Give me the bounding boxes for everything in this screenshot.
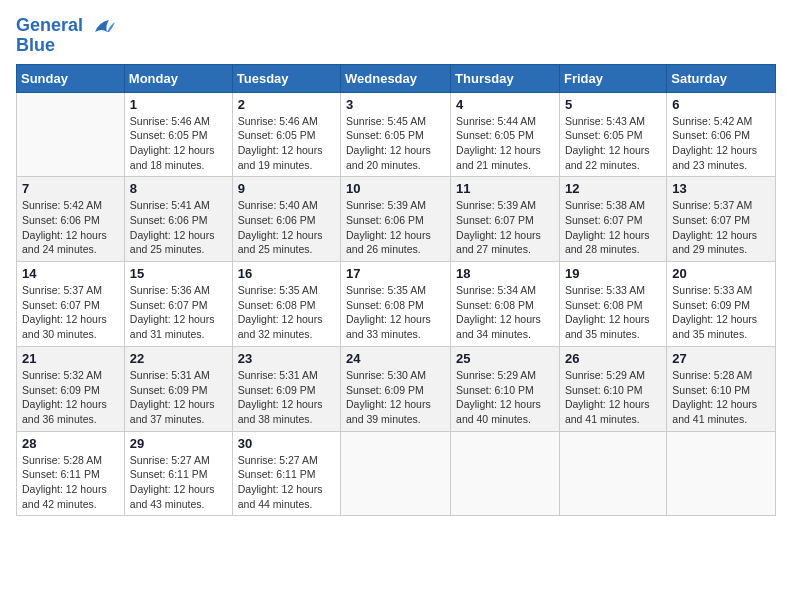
day-number: 2 xyxy=(238,97,335,112)
day-number: 28 xyxy=(22,436,119,451)
day-number: 11 xyxy=(456,181,554,196)
day-info: Sunrise: 5:46 AM Sunset: 6:05 PM Dayligh… xyxy=(238,114,335,173)
day-info: Sunrise: 5:46 AM Sunset: 6:05 PM Dayligh… xyxy=(130,114,227,173)
calendar-cell: 14Sunrise: 5:37 AM Sunset: 6:07 PM Dayli… xyxy=(17,262,125,347)
day-number: 12 xyxy=(565,181,661,196)
day-info: Sunrise: 5:39 AM Sunset: 6:07 PM Dayligh… xyxy=(456,198,554,257)
day-info: Sunrise: 5:44 AM Sunset: 6:05 PM Dayligh… xyxy=(456,114,554,173)
day-info: Sunrise: 5:29 AM Sunset: 6:10 PM Dayligh… xyxy=(565,368,661,427)
day-number: 8 xyxy=(130,181,227,196)
day-number: 22 xyxy=(130,351,227,366)
day-info: Sunrise: 5:42 AM Sunset: 6:06 PM Dayligh… xyxy=(672,114,770,173)
weekday-header-row: SundayMondayTuesdayWednesdayThursdayFrid… xyxy=(17,64,776,92)
calendar-cell: 23Sunrise: 5:31 AM Sunset: 6:09 PM Dayli… xyxy=(232,346,340,431)
calendar-cell: 2Sunrise: 5:46 AM Sunset: 6:05 PM Daylig… xyxy=(232,92,340,177)
day-number: 26 xyxy=(565,351,661,366)
calendar-cell: 10Sunrise: 5:39 AM Sunset: 6:06 PM Dayli… xyxy=(341,177,451,262)
day-info: Sunrise: 5:40 AM Sunset: 6:06 PM Dayligh… xyxy=(238,198,335,257)
day-number: 3 xyxy=(346,97,445,112)
day-info: Sunrise: 5:37 AM Sunset: 6:07 PM Dayligh… xyxy=(22,283,119,342)
day-number: 20 xyxy=(672,266,770,281)
calendar-cell: 30Sunrise: 5:27 AM Sunset: 6:11 PM Dayli… xyxy=(232,431,340,516)
calendar-cell xyxy=(559,431,666,516)
day-info: Sunrise: 5:37 AM Sunset: 6:07 PM Dayligh… xyxy=(672,198,770,257)
calendar-cell: 7Sunrise: 5:42 AM Sunset: 6:06 PM Daylig… xyxy=(17,177,125,262)
logo-blue: Blue xyxy=(16,36,83,56)
calendar-cell: 5Sunrise: 5:43 AM Sunset: 6:05 PM Daylig… xyxy=(559,92,666,177)
day-number: 27 xyxy=(672,351,770,366)
weekday-header: Sunday xyxy=(17,64,125,92)
weekday-header: Tuesday xyxy=(232,64,340,92)
calendar-cell: 18Sunrise: 5:34 AM Sunset: 6:08 PM Dayli… xyxy=(451,262,560,347)
weekday-header: Thursday xyxy=(451,64,560,92)
day-number: 6 xyxy=(672,97,770,112)
day-info: Sunrise: 5:28 AM Sunset: 6:11 PM Dayligh… xyxy=(22,453,119,512)
day-info: Sunrise: 5:35 AM Sunset: 6:08 PM Dayligh… xyxy=(238,283,335,342)
weekday-header: Saturday xyxy=(667,64,776,92)
calendar-week-row: 14Sunrise: 5:37 AM Sunset: 6:07 PM Dayli… xyxy=(17,262,776,347)
day-info: Sunrise: 5:39 AM Sunset: 6:06 PM Dayligh… xyxy=(346,198,445,257)
calendar-cell: 26Sunrise: 5:29 AM Sunset: 6:10 PM Dayli… xyxy=(559,346,666,431)
calendar-cell: 4Sunrise: 5:44 AM Sunset: 6:05 PM Daylig… xyxy=(451,92,560,177)
day-number: 17 xyxy=(346,266,445,281)
calendar-cell: 17Sunrise: 5:35 AM Sunset: 6:08 PM Dayli… xyxy=(341,262,451,347)
day-number: 19 xyxy=(565,266,661,281)
day-info: Sunrise: 5:30 AM Sunset: 6:09 PM Dayligh… xyxy=(346,368,445,427)
day-info: Sunrise: 5:32 AM Sunset: 6:09 PM Dayligh… xyxy=(22,368,119,427)
day-info: Sunrise: 5:35 AM Sunset: 6:08 PM Dayligh… xyxy=(346,283,445,342)
day-info: Sunrise: 5:27 AM Sunset: 6:11 PM Dayligh… xyxy=(238,453,335,512)
calendar-week-row: 21Sunrise: 5:32 AM Sunset: 6:09 PM Dayli… xyxy=(17,346,776,431)
calendar-cell: 3Sunrise: 5:45 AM Sunset: 6:05 PM Daylig… xyxy=(341,92,451,177)
calendar-cell: 20Sunrise: 5:33 AM Sunset: 6:09 PM Dayli… xyxy=(667,262,776,347)
day-number: 10 xyxy=(346,181,445,196)
calendar-cell: 16Sunrise: 5:35 AM Sunset: 6:08 PM Dayli… xyxy=(232,262,340,347)
logo-bird-icon xyxy=(87,14,117,48)
calendar-week-row: 7Sunrise: 5:42 AM Sunset: 6:06 PM Daylig… xyxy=(17,177,776,262)
day-number: 13 xyxy=(672,181,770,196)
logo-general: General xyxy=(16,16,83,36)
day-info: Sunrise: 5:34 AM Sunset: 6:08 PM Dayligh… xyxy=(456,283,554,342)
calendar-cell: 29Sunrise: 5:27 AM Sunset: 6:11 PM Dayli… xyxy=(124,431,232,516)
day-number: 23 xyxy=(238,351,335,366)
calendar-cell: 21Sunrise: 5:32 AM Sunset: 6:09 PM Dayli… xyxy=(17,346,125,431)
day-number: 7 xyxy=(22,181,119,196)
day-info: Sunrise: 5:41 AM Sunset: 6:06 PM Dayligh… xyxy=(130,198,227,257)
calendar-cell: 8Sunrise: 5:41 AM Sunset: 6:06 PM Daylig… xyxy=(124,177,232,262)
calendar-cell: 22Sunrise: 5:31 AM Sunset: 6:09 PM Dayli… xyxy=(124,346,232,431)
calendar-cell: 11Sunrise: 5:39 AM Sunset: 6:07 PM Dayli… xyxy=(451,177,560,262)
day-number: 9 xyxy=(238,181,335,196)
day-number: 25 xyxy=(456,351,554,366)
day-info: Sunrise: 5:29 AM Sunset: 6:10 PM Dayligh… xyxy=(456,368,554,427)
calendar-cell: 1Sunrise: 5:46 AM Sunset: 6:05 PM Daylig… xyxy=(124,92,232,177)
calendar-cell xyxy=(17,92,125,177)
calendar-table: SundayMondayTuesdayWednesdayThursdayFrid… xyxy=(16,64,776,517)
weekday-header: Monday xyxy=(124,64,232,92)
day-info: Sunrise: 5:42 AM Sunset: 6:06 PM Dayligh… xyxy=(22,198,119,257)
day-number: 15 xyxy=(130,266,227,281)
day-info: Sunrise: 5:38 AM Sunset: 6:07 PM Dayligh… xyxy=(565,198,661,257)
calendar-cell: 13Sunrise: 5:37 AM Sunset: 6:07 PM Dayli… xyxy=(667,177,776,262)
weekday-header: Friday xyxy=(559,64,666,92)
day-info: Sunrise: 5:27 AM Sunset: 6:11 PM Dayligh… xyxy=(130,453,227,512)
day-number: 16 xyxy=(238,266,335,281)
logo: General Blue xyxy=(16,16,117,56)
calendar-cell: 25Sunrise: 5:29 AM Sunset: 6:10 PM Dayli… xyxy=(451,346,560,431)
day-info: Sunrise: 5:36 AM Sunset: 6:07 PM Dayligh… xyxy=(130,283,227,342)
day-number: 5 xyxy=(565,97,661,112)
day-number: 21 xyxy=(22,351,119,366)
calendar-cell xyxy=(451,431,560,516)
calendar-cell: 27Sunrise: 5:28 AM Sunset: 6:10 PM Dayli… xyxy=(667,346,776,431)
day-number: 29 xyxy=(130,436,227,451)
calendar-cell: 12Sunrise: 5:38 AM Sunset: 6:07 PM Dayli… xyxy=(559,177,666,262)
day-info: Sunrise: 5:28 AM Sunset: 6:10 PM Dayligh… xyxy=(672,368,770,427)
day-info: Sunrise: 5:45 AM Sunset: 6:05 PM Dayligh… xyxy=(346,114,445,173)
calendar-cell: 24Sunrise: 5:30 AM Sunset: 6:09 PM Dayli… xyxy=(341,346,451,431)
calendar-cell: 9Sunrise: 5:40 AM Sunset: 6:06 PM Daylig… xyxy=(232,177,340,262)
calendar-cell xyxy=(667,431,776,516)
page-header: General Blue xyxy=(16,16,776,56)
day-number: 24 xyxy=(346,351,445,366)
day-number: 30 xyxy=(238,436,335,451)
day-info: Sunrise: 5:31 AM Sunset: 6:09 PM Dayligh… xyxy=(238,368,335,427)
day-info: Sunrise: 5:43 AM Sunset: 6:05 PM Dayligh… xyxy=(565,114,661,173)
calendar-cell: 15Sunrise: 5:36 AM Sunset: 6:07 PM Dayli… xyxy=(124,262,232,347)
